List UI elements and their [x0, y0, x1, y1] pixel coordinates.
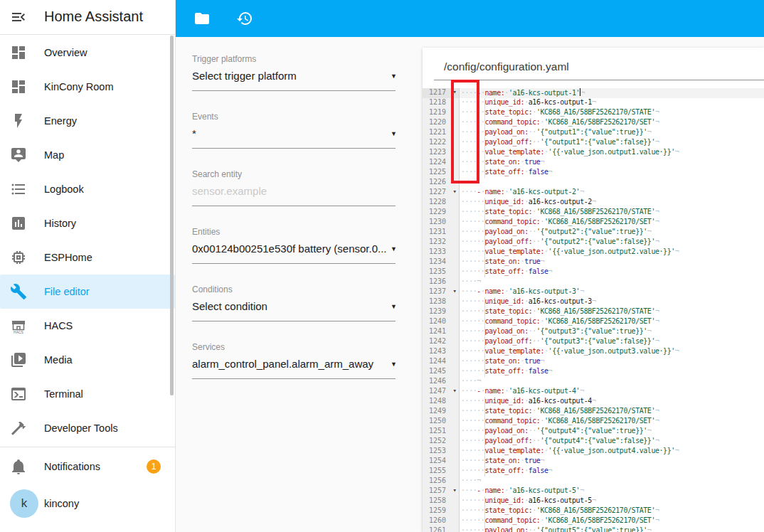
code-line[interactable]: 1238······unique_id:·a16-kcs-output-3¬	[423, 297, 764, 307]
sidebar-item-developer-tools[interactable]: Developer Tools	[0, 411, 175, 445]
code-line[interactable]: 1256····¬	[423, 477, 764, 486]
fold-arrow-icon[interactable]: ▾	[453, 188, 457, 195]
fold-arrow-icon[interactable]: ▾	[453, 486, 457, 494]
sidebar-scrollbar[interactable]	[170, 36, 174, 395]
line-number: 1248	[423, 397, 460, 407]
code-line[interactable]: 1242······payload_off:··'{"output3":{"va…	[423, 337, 764, 347]
code-line[interactable]: 1229······state_topic:·'KC868_A16/58BF25…	[423, 208, 764, 218]
code-line[interactable]: 1260······command_topic:·'KC868_A16/58BF…	[423, 516, 764, 526]
code-line[interactable]: 1239······state_topic:·'KC868_A16/58BF25…	[423, 307, 764, 317]
line-number: 1235	[423, 267, 460, 277]
fold-arrow-icon[interactable]: ▾	[453, 88, 457, 95]
sidebar-item-label: Overview	[44, 47, 87, 58]
code-line[interactable]: 1245······state_off:·false¬	[423, 367, 764, 377]
code-line[interactable]: 1219······state_topic:·'KC868_A16/58BF25…	[423, 108, 764, 118]
sidebar-item-overview[interactable]: Overview	[0, 36, 175, 70]
code-line[interactable]: 1233······value_template:·'{{·value_json…	[423, 248, 764, 257]
sidebar-item-logbook[interactable]: Logbook	[0, 172, 175, 206]
code-line[interactable]: 1241······payload_on:··'{"output3":{"val…	[423, 327, 764, 337]
field-label: Search entity	[192, 169, 396, 179]
menu-open-icon[interactable]	[10, 9, 27, 26]
code-line[interactable]: 1234······state_on:·true¬	[423, 257, 764, 267]
line-number: 1256	[423, 477, 460, 486]
line-number: 1217▾	[423, 88, 460, 98]
hammer-icon	[10, 420, 27, 437]
sidebar-item-media[interactable]: Media	[0, 343, 175, 377]
events-select[interactable]: Events*▼	[192, 112, 396, 169]
fold-arrow-icon[interactable]: ▾	[453, 287, 457, 294]
sidebar-item-map[interactable]: Map	[0, 138, 175, 172]
code-line[interactable]: 1232······payload_off:··'{"output2":{"va…	[423, 238, 764, 248]
code-line[interactable]: 1257▾····-·name:·'a16-kcs-output-5'¬	[423, 486, 764, 496]
code-line[interactable]: 1247▾····-·name:·'a16-kcs-output-4'¬	[423, 387, 764, 397]
line-number: 1225	[423, 168, 460, 178]
entities-select[interactable]: Entities0x00124b00251e530f battery (sens…	[192, 227, 396, 284]
trigger-platform-select[interactable]: Trigger platformsSelect trigger platform…	[192, 54, 396, 112]
code-line[interactable]: 1220······command_topic:·'KC868_A16/58BF…	[423, 118, 764, 128]
line-number: 1255	[423, 467, 460, 477]
sidebar-item-terminal[interactable]: Terminal	[0, 377, 175, 411]
line-number: 1247▾	[423, 387, 460, 397]
code-line[interactable]: 1259······state_topic:·'KC868_A16/58BF25…	[423, 506, 764, 516]
code-line[interactable]: 1237▾····-·name:·'a16-kcs-output-3'¬	[423, 287, 764, 297]
line-number: 1249	[423, 407, 460, 417]
fold-arrow-icon[interactable]: ▾	[453, 387, 457, 394]
sidebar-item-hacs[interactable]: HACSHACS	[0, 309, 175, 343]
file-path[interactable]: /config/configuration.yaml	[423, 48, 764, 80]
line-number: 1252	[423, 437, 460, 447]
history-icon	[236, 10, 253, 27]
field-label: Entities	[192, 227, 396, 237]
sidebar-item-kincony-room[interactable]: KinCony Room	[0, 70, 175, 104]
code-line[interactable]: 1231······payload_on:··'{"output2":{"val…	[423, 228, 764, 238]
app-title: Home Assistant	[44, 0, 143, 33]
code-line[interactable]: 1261······payload_on:··'{"output5":{"val…	[423, 526, 764, 532]
code-line[interactable]: 1223······value_template:·'{{·value_json…	[423, 148, 764, 158]
open-folder-button[interactable]	[193, 10, 211, 27]
code-editor[interactable]: 1217▾····-·name:·'a16-kcs-output-1'¬1218…	[423, 83, 764, 532]
field-underline	[192, 378, 396, 379]
line-number: 1237▾	[423, 287, 460, 297]
code-line[interactable]: 1226¬	[423, 178, 764, 188]
code-line[interactable]: 1246····¬	[423, 377, 764, 387]
code-line[interactable]: 1252······payload_off:··'{"output4":{"va…	[423, 437, 764, 447]
code-line[interactable]: 1244······state_on:·true¬	[423, 357, 764, 367]
code-line[interactable]: 1249······state_topic:·'KC868_A16/58BF25…	[423, 407, 764, 417]
code-line[interactable]: 1218······unique_id:·a16-kcs-output-1¬	[423, 98, 764, 108]
code-line[interactable]: 1221······payload_on:··'{"output1":{"val…	[423, 128, 764, 138]
line-number: 1230	[423, 218, 460, 228]
code-line[interactable]: 1222······payload_off:··'{"output1":{"va…	[423, 138, 764, 148]
sidebar-item-history[interactable]: History	[0, 206, 175, 240]
conditions-select[interactable]: ConditionsSelect condition▼	[192, 284, 396, 342]
code-line[interactable]: 1225······state_off:·false¬	[423, 168, 764, 178]
code-line[interactable]: 1248······unique_id:·a16-kcs-output-4¬	[423, 397, 764, 407]
code-line[interactable]: 1250······command_topic:·'KC868_A16/58BF…	[423, 417, 764, 427]
code-line[interactable]: 1258······unique_id:·a16-kcs-output-5¬	[423, 496, 764, 506]
field-value: 0x00124b00251e530f battery (sensor.0...	[192, 243, 396, 255]
code-line[interactable]: 1251······payload_on:··'{"output4":{"val…	[423, 427, 764, 437]
code-line[interactable]: 1243······value_template:·'{{·value_json…	[423, 347, 764, 357]
sidebar-item-file-editor[interactable]: File editor	[0, 275, 175, 309]
search-entity-input[interactable]	[192, 185, 396, 197]
sidebar-item-profile[interactable]: k kincony	[0, 486, 175, 521]
sidebar-item-notifications[interactable]: Notifications 1	[0, 449, 175, 484]
code-line[interactable]: 1224······state_on:·true¬	[423, 158, 764, 168]
code-line[interactable]: 1227▾····-·name:·'a16-kcs-output-2'¬	[423, 188, 764, 198]
sidebar-item-esphome[interactable]: ESPHome	[0, 240, 175, 275]
code-line[interactable]: 1230······command_topic:·'KC868_A16/58BF…	[423, 218, 764, 228]
line-number: 1236	[423, 277, 460, 287]
code-line[interactable]: 1255······state_off:·false¬	[423, 467, 764, 477]
code-line[interactable]: 1240······command_topic:·'KC868_A16/58BF…	[423, 317, 764, 327]
code-line[interactable]: 1235······state_off:·false¬	[423, 267, 764, 277]
code-line[interactable]: 1254······state_on:·true¬	[423, 457, 764, 467]
code-line[interactable]: 1217▾····-·name:·'a16-kcs-output-1'¬	[423, 88, 764, 98]
user-name: kincony	[44, 498, 79, 509]
line-number: 1240	[423, 317, 460, 327]
sidebar-item-label: Terminal	[44, 388, 83, 400]
sidebar-item-energy[interactable]: Energy	[0, 104, 175, 138]
code-line[interactable]: 1253······value_template:·'{{·value_json…	[423, 447, 764, 457]
code-line[interactable]: 1228······unique_id:·a16-kcs-output-2¬	[423, 198, 764, 208]
code-line[interactable]: 1236····¬	[423, 277, 764, 287]
line-number: 1253	[423, 447, 460, 457]
services-select[interactable]: Servicesalarm_control_panel.alarm_arm_aw…	[192, 342, 396, 400]
file-history-button[interactable]	[236, 10, 253, 27]
